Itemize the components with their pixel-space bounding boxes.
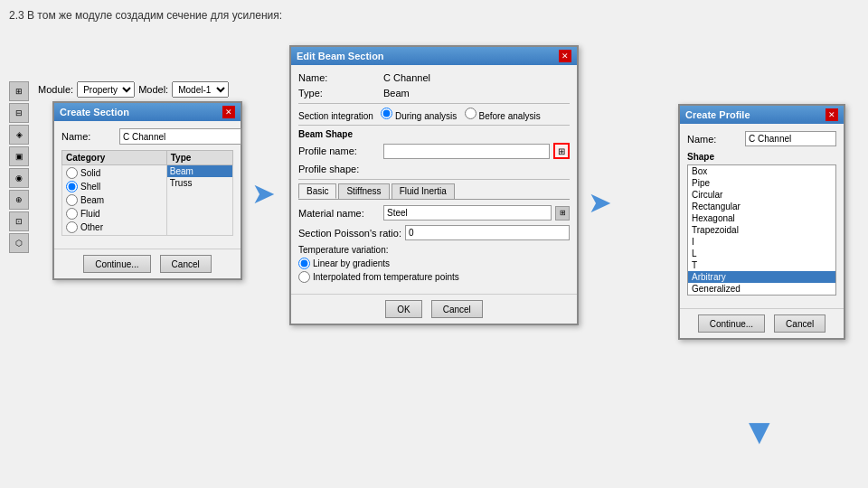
name-label: Name: <box>61 131 116 142</box>
linear-gradients-option[interactable]: Linear by gradients <box>298 258 570 269</box>
radio-fluid[interactable]: Fluid <box>66 208 163 220</box>
profile-name-label: Profile name: <box>298 145 380 156</box>
material-name-input[interactable] <box>383 205 552 221</box>
section-poisson-label: Section Poisson's ratio: <box>298 228 401 239</box>
create-section-body: Name: Category Type Solid She <box>54 121 241 249</box>
profile-name-row: Profile name: ⊞ <box>298 143 570 159</box>
module-select[interactable]: Property <box>77 81 135 98</box>
cancel-button[interactable]: Cancel <box>160 255 212 273</box>
linear-gradients-label: Linear by gradients <box>313 258 390 268</box>
radio-other-label: Other <box>80 222 103 232</box>
shape-rectangular[interactable]: Rectangular <box>688 201 835 212</box>
create-profile-body: Name: Shape Box Pipe Circular Rectangula… <box>680 124 844 308</box>
shape-trapezoidal[interactable]: Trapezoidal <box>688 224 835 236</box>
radio-other-input[interactable] <box>66 221 78 233</box>
toolbar-icon-4[interactable]: ▣ <box>9 146 29 166</box>
radio-shell-label: Shell <box>80 182 100 192</box>
profile-browse-button[interactable]: ⊞ <box>553 143 570 159</box>
shape-list: Box Pipe Circular Rectangular Hexagonal … <box>687 164 836 296</box>
toolbar-icon-8[interactable]: ⬡ <box>9 233 29 253</box>
name-row: Name: <box>61 128 233 145</box>
type-truss[interactable]: Truss <box>167 177 232 189</box>
eb-ok-button[interactable]: OK <box>385 300 421 318</box>
page-title: 2.3 В том же модуле создадим сечение для… <box>9 9 282 22</box>
cp-continue-button[interactable]: Continue... <box>698 314 765 333</box>
section-integration-label: Section integration <box>298 111 373 121</box>
section-poisson-row: Section Poisson's ratio: <box>298 225 570 240</box>
module-label: Module: <box>38 84 73 95</box>
cp-name-label: Name: <box>687 134 741 145</box>
radio-other[interactable]: Other <box>66 221 163 233</box>
edit-beam-title: Edit Beam Section <box>297 51 384 61</box>
cp-cancel-button[interactable]: Cancel <box>774 314 826 333</box>
edit-beam-titlebar: Edit Beam Section ✕ <box>291 47 577 65</box>
toolbar-icon-5[interactable]: ◉ <box>9 168 29 188</box>
radio-fluid-input[interactable] <box>66 208 78 220</box>
radio-solid-input[interactable] <box>66 167 78 179</box>
before-analysis-radio[interactable] <box>465 108 476 119</box>
interpolated-option[interactable]: Interpolated from temperature points <box>298 271 570 283</box>
toolbar-icon-7[interactable]: ⊡ <box>9 211 29 231</box>
toolbar-icon-2[interactable]: ⊟ <box>9 103 29 123</box>
eb-type-label: Type: <box>298 88 380 99</box>
name-input[interactable] <box>119 128 241 145</box>
profile-shape-label: Profile shape: <box>298 164 380 174</box>
material-browse-icon[interactable]: ⊞ <box>555 206 570 221</box>
type-beam[interactable]: Beam <box>167 165 232 177</box>
shape-box[interactable]: Box <box>688 165 835 177</box>
model-select[interactable]: Model-1 <box>172 81 229 98</box>
temp-variation-label: Temperature variation: <box>298 245 570 255</box>
create-profile-titlebar: Create Profile ✕ <box>680 106 844 124</box>
create-profile-footer: Continue... Cancel <box>680 308 844 338</box>
create-profile-dialog: Create Profile ✕ Name: Shape Box Pipe Ci… <box>678 104 845 340</box>
edit-beam-close[interactable]: ✕ <box>559 50 571 62</box>
interpolated-radio[interactable] <box>298 271 310 283</box>
toolbar-icon-6[interactable]: ⊕ <box>9 190 29 210</box>
section-poisson-input[interactable] <box>405 225 570 240</box>
eb-type-row: Type: Beam <box>298 88 570 99</box>
toolbar-icon-3[interactable]: ◈ <box>9 125 29 145</box>
type-header: Type <box>166 151 232 165</box>
radio-beam-input[interactable] <box>66 194 78 206</box>
create-profile-title: Create Profile <box>685 109 750 120</box>
radio-solid[interactable]: Solid <box>66 167 163 179</box>
linear-gradients-radio[interactable] <box>298 258 310 269</box>
radio-shell[interactable]: Shell <box>66 181 163 192</box>
arrow-right-1: ➤ <box>251 176 276 211</box>
toolbar-icon-1[interactable]: ⊞ <box>9 81 29 101</box>
eb-name-label: Name: <box>298 72 380 83</box>
create-profile-close[interactable]: ✕ <box>826 108 838 121</box>
profile-name-input[interactable] <box>383 144 550 159</box>
arrow-right-2: ➤ <box>588 185 612 220</box>
category-radio-group: Solid Shell Beam Fluid <box>66 167 163 233</box>
tab-fluid-inertia[interactable]: Fluid Inertia <box>392 183 455 199</box>
shape-hexagonal[interactable]: Hexagonal <box>688 212 835 224</box>
during-analysis-radio[interactable] <box>381 108 392 119</box>
before-analysis-label: Before analysis <box>478 111 540 121</box>
create-section-close[interactable]: ✕ <box>222 106 235 118</box>
continue-button[interactable]: Continue... <box>83 255 150 273</box>
cp-name-input[interactable] <box>745 131 836 146</box>
type-cell: Beam Truss <box>166 165 232 236</box>
shape-l[interactable]: L <box>688 248 835 259</box>
shape-arbitrary[interactable]: Arbitrary <box>688 271 835 283</box>
shape-t[interactable]: T <box>688 259 835 271</box>
shape-generalized[interactable]: Generalized <box>688 283 835 295</box>
beam-shape-header: Beam Shape <box>298 129 570 139</box>
radio-solid-label: Solid <box>80 168 100 178</box>
shape-circular[interactable]: Circular <box>688 189 835 201</box>
radio-shell-input[interactable] <box>66 181 78 192</box>
tab-stiffness[interactable]: Stiffness <box>338 183 389 199</box>
shape-pipe[interactable]: Pipe <box>688 177 835 189</box>
section-integration-row: Section integration During analysis Befo… <box>298 108 570 121</box>
create-section-titlebar: Create Section ✕ <box>54 103 241 121</box>
tab-basic[interactable]: Basic <box>298 183 336 199</box>
category-cell: Solid Shell Beam Fluid <box>62 165 167 236</box>
create-section-dialog: Create Section ✕ Name: Category Type Sol… <box>52 101 242 280</box>
create-section-footer: Continue... Cancel <box>54 249 241 278</box>
radio-beam[interactable]: Beam <box>66 194 163 206</box>
material-name-row: Material name: ⊞ <box>298 205 570 221</box>
eb-cancel-button[interactable]: Cancel <box>431 300 483 318</box>
category-header: Category <box>62 151 167 165</box>
shape-i[interactable]: I <box>688 236 835 248</box>
